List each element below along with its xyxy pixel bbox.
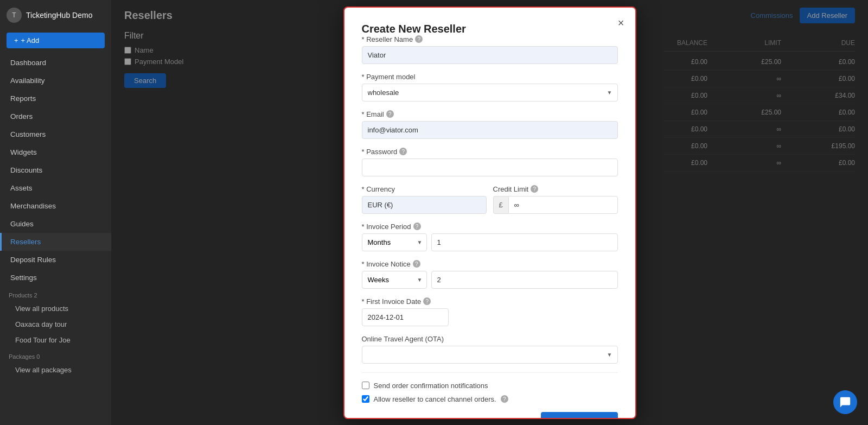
send-confirmation-label: Send order confirmation notifications	[374, 382, 488, 390]
first-invoice-date-input[interactable]	[362, 308, 449, 326]
avatar: T	[7, 8, 22, 23]
sidebar-item-customers[interactable]: Customers	[0, 125, 111, 143]
ota-label: Online Travel Agent (OTA)	[362, 335, 618, 343]
ota-group: Online Travel Agent (OTA)	[362, 335, 618, 364]
password-help-icon[interactable]: ?	[399, 148, 407, 155]
first-invoice-date-group: * First Invoice Date ?	[362, 297, 618, 326]
credit-limit-prefix: £	[493, 196, 508, 214]
create-reseller-button[interactable]: Create Reseller	[541, 412, 617, 419]
email-help-icon[interactable]: ?	[386, 110, 394, 118]
sidebar-item-availability[interactable]: Availability	[0, 72, 111, 90]
sidebar: T TicketingHub Demo + + Add Dashboard Av…	[0, 0, 111, 425]
invoice-notice-row: Weeks Days Months	[362, 271, 618, 289]
credit-limit-group: Credit Limit ? £	[493, 185, 618, 214]
invoice-period-group: * Invoice Period ? Months Weeks Days	[362, 223, 618, 251]
sidebar-sub-view-all-packages[interactable]: View all packages	[0, 362, 111, 378]
credit-limit-label: Credit Limit ?	[493, 185, 618, 193]
send-confirmation-checkbox[interactable]	[362, 382, 369, 389]
credit-limit-wrapper: £	[493, 196, 618, 214]
invoice-period-unit-select[interactable]: Months Weeks Days	[362, 233, 427, 251]
app-name: TicketingHub Demo	[26, 11, 92, 20]
invoice-period-unit-wrapper: Months Weeks Days	[362, 233, 427, 251]
payment-model-group: * Payment model wholesale commission net…	[362, 73, 618, 102]
password-label: * Password ?	[362, 148, 618, 156]
currency-credit-row: * Currency Credit Limit ? £	[362, 185, 618, 223]
invoice-notice-label: * Invoice Notice ?	[362, 260, 618, 268]
email-label: * Email ?	[362, 110, 618, 118]
payment-model-select-wrapper: wholesale commission net rate	[362, 84, 618, 102]
main-content: Resellers Commissions Add Reseller Filte…	[111, 0, 868, 425]
products-section-header: Products 2	[0, 287, 111, 301]
sidebar-item-reports[interactable]: Reports	[0, 90, 111, 107]
allow-cancel-checkbox-row[interactable]: Allow reseller to cancel channel orders.…	[362, 395, 618, 403]
currency-group: * Currency	[362, 185, 487, 214]
allow-cancel-checkbox[interactable]	[362, 395, 369, 403]
first-invoice-date-help-icon[interactable]: ?	[423, 297, 431, 305]
email-group: * Email ?	[362, 110, 618, 139]
packages-section-header: Packages 0	[0, 348, 111, 362]
sidebar-item-discounts[interactable]: Discounts	[0, 161, 111, 179]
sidebar-sub-oaxaca[interactable]: Oaxaca day tour	[0, 316, 111, 332]
invoice-notice-number-input[interactable]	[431, 271, 618, 289]
modal-overlay: Create New Reseller × * Reseller Name ? …	[111, 0, 868, 425]
email-input[interactable]	[362, 121, 618, 139]
sidebar-item-deposit-rules[interactable]: Deposit Rules	[0, 251, 111, 269]
chat-icon	[839, 396, 851, 408]
app-header: T TicketingHub Demo	[0, 0, 111, 30]
chat-bubble[interactable]	[833, 390, 857, 414]
invoice-period-label: * Invoice Period ?	[362, 223, 618, 231]
ota-select-wrapper	[362, 346, 618, 364]
invoice-period-row: Months Weeks Days	[362, 233, 618, 251]
invoice-notice-group: * Invoice Notice ? Weeks Days Months	[362, 260, 618, 289]
invoice-notice-unit-select[interactable]: Weeks Days Months	[362, 271, 427, 289]
sidebar-item-assets[interactable]: Assets	[0, 179, 111, 197]
reseller-name-help-icon[interactable]: ?	[415, 35, 423, 43]
modal-close-button[interactable]: ×	[618, 17, 624, 28]
invoice-period-number-input[interactable]	[431, 233, 618, 251]
modal-divider	[362, 372, 618, 373]
send-confirmation-checkbox-row[interactable]: Send order confirmation notifications	[362, 382, 618, 390]
reseller-name-input[interactable]	[362, 46, 618, 64]
invoice-notice-unit-wrapper: Weeks Days Months	[362, 271, 427, 289]
payment-model-label: * Payment model	[362, 73, 618, 81]
sidebar-item-guides[interactable]: Guides	[0, 215, 111, 233]
currency-input[interactable]	[362, 196, 487, 214]
sidebar-item-widgets[interactable]: Widgets	[0, 143, 111, 161]
password-group: * Password ?	[362, 148, 618, 176]
allow-cancel-help-icon[interactable]: ?	[501, 395, 508, 403]
sidebar-sub-food-tour[interactable]: Food Tour for Joe	[0, 332, 111, 348]
sidebar-item-settings[interactable]: Settings	[0, 269, 111, 287]
invoice-period-help-icon[interactable]: ?	[413, 223, 421, 230]
payment-model-select[interactable]: wholesale commission net rate	[362, 84, 618, 102]
plus-icon: +	[14, 36, 18, 45]
sidebar-item-merchandises[interactable]: Merchandises	[0, 197, 111, 215]
modal-title: Create New Reseller	[362, 23, 466, 35]
create-reseller-modal: Create New Reseller × * Reseller Name ? …	[343, 7, 636, 419]
password-input[interactable]	[362, 158, 618, 176]
allow-cancel-label: Allow reseller to cancel channel orders.	[374, 395, 496, 403]
add-button[interactable]: + + Add	[7, 33, 105, 48]
ota-select[interactable]	[362, 346, 618, 364]
reseller-name-label: * Reseller Name ?	[362, 35, 618, 43]
first-invoice-date-label: * First Invoice Date ?	[362, 297, 618, 306]
sidebar-item-dashboard[interactable]: Dashboard	[0, 54, 111, 72]
credit-limit-input[interactable]	[508, 196, 618, 214]
credit-limit-help-icon[interactable]: ?	[531, 185, 538, 193]
reseller-name-group: * Reseller Name ?	[362, 35, 618, 64]
sidebar-item-orders[interactable]: Orders	[0, 107, 111, 125]
sidebar-item-resellers[interactable]: Resellers	[0, 233, 111, 251]
invoice-notice-help-icon[interactable]: ?	[413, 260, 420, 268]
modal-footer: Create Reseller	[362, 412, 618, 419]
currency-label: * Currency	[362, 185, 487, 193]
sidebar-sub-view-all-products[interactable]: View all products	[0, 301, 111, 316]
